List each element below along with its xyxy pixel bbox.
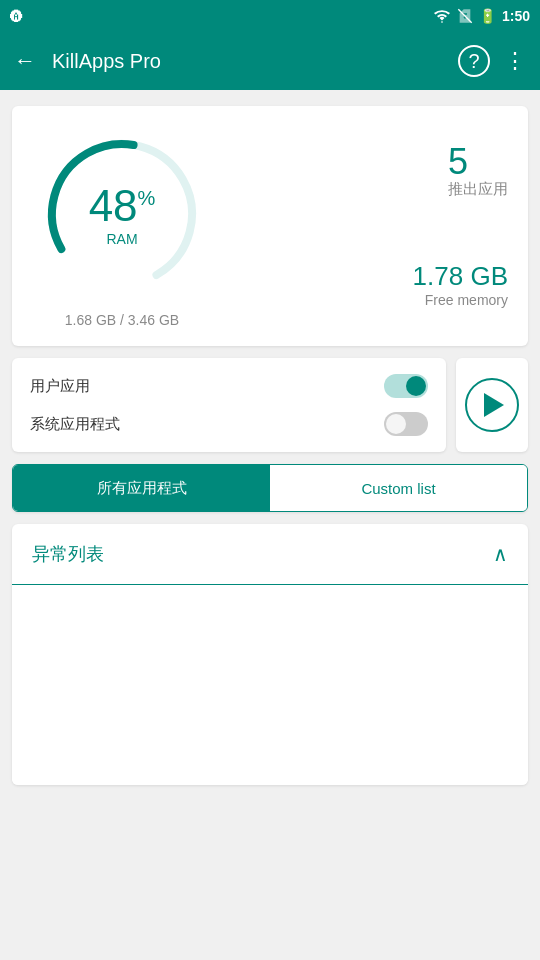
memory-left: 48% RAM 1.68 GB / 3.46 GB [32, 124, 212, 328]
battery-icon: 🔋 [479, 8, 496, 24]
help-button[interactable]: ? [458, 45, 490, 77]
custom-list-tab[interactable]: Custom list [270, 465, 527, 511]
apps-killed-block: 5 推出应用 [448, 144, 508, 199]
toolbar-actions: ? ⋮ [458, 45, 526, 77]
free-memory-label: Free memory [413, 292, 508, 308]
ram-label: RAM [89, 231, 156, 247]
toggles-card: 用户应用 系统应用程式 [12, 358, 446, 452]
percent-value: 48% [89, 181, 156, 231]
play-circle [465, 378, 519, 432]
time-display: 1:50 [502, 8, 530, 24]
play-icon [484, 393, 504, 417]
app-title: KillApps Pro [52, 50, 442, 73]
more-options-button[interactable]: ⋮ [504, 48, 526, 74]
user-apps-thumb [406, 376, 426, 396]
list-card: 异常列表 ∧ [12, 524, 528, 785]
status-bar-right: 🔋 1:50 [433, 8, 530, 24]
system-apps-thumb [386, 414, 406, 434]
list-header[interactable]: 异常列表 ∧ [12, 524, 528, 585]
memory-right: 5 推出应用 1.78 GB Free memory [413, 136, 508, 316]
list-body [12, 585, 528, 785]
user-apps-row: 用户应用 [30, 374, 428, 398]
play-button-card[interactable] [456, 358, 528, 452]
system-apps-row: 系统应用程式 [30, 412, 428, 436]
apps-killed-count: 5 [448, 144, 508, 180]
main-content: 48% RAM 1.68 GB / 3.46 GB 5 推出应用 1.78 GB… [0, 90, 540, 801]
sim-icon: 🅐 [10, 9, 23, 24]
system-apps-label: 系统应用程式 [30, 415, 120, 434]
wifi-icon [433, 9, 451, 23]
all-apps-tab[interactable]: 所有应用程式 [13, 465, 270, 511]
circle-text: 48% RAM [89, 181, 156, 247]
back-button[interactable]: ← [14, 48, 36, 74]
user-apps-toggle[interactable] [384, 374, 428, 398]
list-title: 异常列表 [32, 542, 104, 566]
no-sim-icon [457, 8, 473, 24]
free-memory-amount: 1.78 GB [413, 261, 508, 292]
tab-selector: 所有应用程式 Custom list [12, 464, 528, 512]
status-bar: 🅐 🔋 1:50 [0, 0, 540, 32]
apps-killed-label: 推出应用 [448, 180, 508, 199]
toolbar: ← KillApps Pro ? ⋮ [0, 32, 540, 90]
system-apps-toggle[interactable] [384, 412, 428, 436]
ram-circle: 48% RAM [32, 124, 212, 304]
free-memory-block: 1.78 GB Free memory [413, 261, 508, 308]
status-bar-left: 🅐 [10, 9, 23, 24]
chevron-up-icon: ∧ [493, 542, 508, 566]
user-apps-label: 用户应用 [30, 377, 90, 396]
memory-card: 48% RAM 1.68 GB / 3.46 GB 5 推出应用 1.78 GB… [12, 106, 528, 346]
controls-row: 用户应用 系统应用程式 [12, 358, 528, 452]
